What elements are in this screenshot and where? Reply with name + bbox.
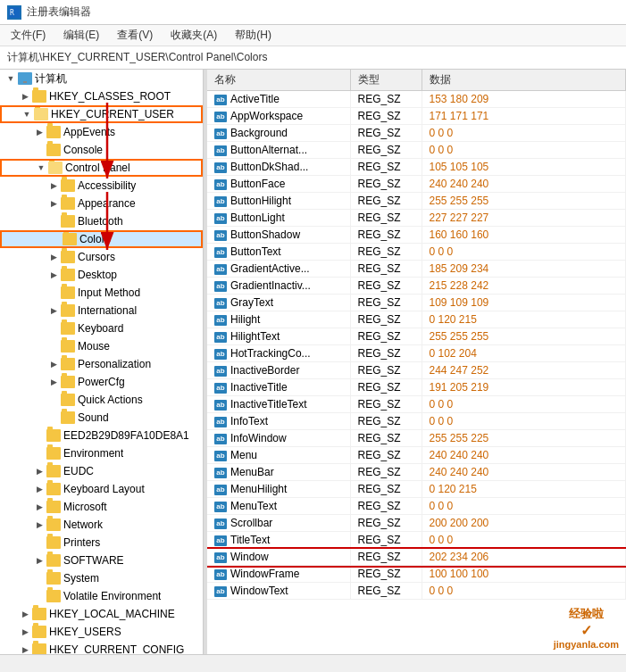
reg-type-cell: REG_SZ xyxy=(350,396,422,413)
tree-item-software[interactable]: ▶ SOFTWARE xyxy=(0,552,203,569)
tree-item-environment[interactable]: ▶ Environment xyxy=(0,444,203,462)
folder-icon-cursors xyxy=(61,251,75,263)
table-row[interactable]: abGradientActive...REG_SZ185 209 234 xyxy=(207,261,626,278)
reg-name-cell: abWindowFrame xyxy=(207,566,350,583)
table-row[interactable]: abInfoWindowREG_SZ255 255 225 xyxy=(207,430,626,447)
reg-name-cell: abInactiveBorder xyxy=(207,362,350,379)
table-row[interactable]: abButtonAlternat...REG_SZ0 0 0 xyxy=(207,142,626,159)
reg-type-cell: REG_SZ xyxy=(350,108,422,125)
reg-data-cell: 0 0 0 xyxy=(422,532,626,549)
tree-item-keyboard[interactable]: ▶ Keyboard xyxy=(0,319,203,337)
menu-file[interactable]: 文件(F) xyxy=(4,26,53,45)
tree-item-accessibility[interactable]: ▶ Accessibility xyxy=(0,177,203,195)
folder-icon-keyboard xyxy=(61,322,75,335)
tree-item-hkcu[interactable]: ▼ HKEY_CURRENT_USER xyxy=(0,105,203,123)
table-row[interactable]: abInfoTextREG_SZ0 0 0 xyxy=(207,413,626,430)
table-row[interactable]: abButtonFaceREG_SZ240 240 240 xyxy=(207,176,626,193)
table-row[interactable]: abWindowFrameREG_SZ100 100 100 xyxy=(207,566,626,583)
table-row[interactable]: abButtonTextREG_SZ0 0 0 xyxy=(207,244,626,261)
tree-item-controlpanel[interactable]: ▼ Control Panel xyxy=(0,159,203,177)
table-row[interactable]: abMenuREG_SZ240 240 240 xyxy=(207,447,626,464)
reg-type-icon: ab xyxy=(214,485,227,495)
app-window: R 注册表编辑器 文件(F) 编辑(E) 查看(V) 收藏夹(A) 帮助(H) … xyxy=(0,0,626,672)
tree-item-keyboardlayout[interactable]: ▶ Keyboard Layout xyxy=(0,480,203,498)
tree-item-bluetooth[interactable]: ▶ Bluetooth xyxy=(0,212,203,230)
tree-item-volatile[interactable]: ▶ Volatile Environment xyxy=(0,587,203,605)
table-row[interactable]: abMenuBarREG_SZ240 240 240 xyxy=(207,464,626,481)
registry-panel[interactable]: 名称 类型 数据 abActiveTitleREG_SZ153 180 209a… xyxy=(207,70,626,654)
tree-item-microsoft[interactable]: ▶ Microsoft xyxy=(0,498,203,516)
tree-item-colors[interactable]: ▶ Colors xyxy=(0,230,203,248)
tree-item-hkcr[interactable]: ▶ HKEY_CLASSES_ROOT xyxy=(0,87,203,105)
reg-name-cell: abButtonLight xyxy=(207,210,350,227)
tree-item-quickactions[interactable]: ▶ Quick Actions xyxy=(0,391,203,409)
tree-item-computer[interactable]: ▼ 计算机 xyxy=(0,70,203,87)
table-row[interactable]: abButtonDkShad...REG_SZ105 105 105 xyxy=(207,159,626,176)
table-row[interactable]: abInactiveTitleREG_SZ191 205 219 xyxy=(207,379,626,396)
table-row[interactable]: abBackgroundREG_SZ0 0 0 xyxy=(207,125,626,142)
menu-edit[interactable]: 编辑(E) xyxy=(56,26,106,45)
folder-icon-bluetooth xyxy=(61,215,75,228)
tree-item-printers[interactable]: ▶ Printers xyxy=(0,534,203,552)
tree-item-international[interactable]: ▶ International xyxy=(0,302,203,319)
folder-icon-printers xyxy=(46,536,61,549)
expand-icon-controlpanel: ▼ xyxy=(34,161,48,175)
reg-type-icon: ab xyxy=(214,129,227,139)
table-row[interactable]: abMenuHilightREG_SZ0 120 215 xyxy=(207,481,626,498)
reg-data-cell: 227 227 227 xyxy=(422,210,626,227)
tree-item-system[interactable]: ▶ System xyxy=(0,569,203,587)
tree-label-system: System xyxy=(63,572,99,585)
menu-view[interactable]: 查看(V) xyxy=(110,26,160,45)
table-row[interactable]: abHilightREG_SZ0 120 215 xyxy=(207,311,626,328)
reg-type-cell: REG_SZ xyxy=(350,295,422,311)
table-row[interactable]: abButtonShadowREG_SZ160 160 160 xyxy=(207,227,626,244)
table-row[interactable]: abGradientInactiv...REG_SZ215 228 242 xyxy=(207,278,626,295)
tree-item-eeda[interactable]: ▶ EED2B29D89FA10DE8A1 xyxy=(0,427,203,444)
tree-item-desktop[interactable]: ▶ Desktop xyxy=(0,266,203,284)
tree-item-hku[interactable]: ▶ HKEY_USERS xyxy=(0,623,203,641)
reg-name-cell: abHotTrackingCo... xyxy=(207,345,350,362)
table-row[interactable]: abGrayTextREG_SZ109 109 109 xyxy=(207,295,626,311)
folder-icon-colors xyxy=(63,233,77,245)
reg-type-icon: ab xyxy=(214,586,227,597)
table-row[interactable]: abInactiveBorderREG_SZ244 247 252 xyxy=(207,362,626,379)
table-row[interactable]: abButtonLightREG_SZ227 227 227 xyxy=(207,210,626,227)
reg-type-icon: ab xyxy=(214,383,227,394)
reg-type-cell: REG_SZ xyxy=(350,464,422,481)
table-row[interactable]: abMenuTextREG_SZ0 0 0 xyxy=(207,498,626,515)
reg-name-cell: abWindowText xyxy=(207,583,350,600)
table-row[interactable]: abHilightTextREG_SZ255 255 255 xyxy=(207,328,626,345)
reg-name-cell: abHilightText xyxy=(207,328,350,345)
table-row[interactable]: abTitleTextREG_SZ0 0 0 xyxy=(207,532,626,549)
tree-item-hkcc[interactable]: ▶ HKEY_CURRENT_CONFIG xyxy=(0,641,203,654)
reg-data-cell: 240 240 240 xyxy=(422,176,626,193)
tree-label-personalization: Personalization xyxy=(78,358,151,370)
tree-item-sound[interactable]: ▶ Sound xyxy=(0,409,203,427)
menu-help[interactable]: 帮助(H) xyxy=(228,26,279,45)
table-row[interactable]: abWindowREG_SZ202 234 206 xyxy=(207,549,626,566)
table-row[interactable]: abAppWorkspaceREG_SZ171 171 171 xyxy=(207,108,626,125)
tree-item-eudc[interactable]: ▶ EUDC xyxy=(0,462,203,480)
table-row[interactable]: abButtonHilightREG_SZ255 255 255 xyxy=(207,193,626,210)
tree-item-appevents[interactable]: ▶ AppEvents xyxy=(0,123,203,141)
tree-item-personalization[interactable]: ▶ Personalization xyxy=(0,355,203,373)
table-row[interactable]: abActiveTitleREG_SZ153 180 209 xyxy=(207,91,626,108)
table-row[interactable]: abInactiveTitleTextREG_SZ0 0 0 xyxy=(207,396,626,413)
tree-panel[interactable]: ▼ 计算机 ▶ HKEY_CLASSES_ROOT ▼ HKEY xyxy=(0,70,204,654)
tree-item-mouse[interactable]: ▶ Mouse xyxy=(0,337,203,355)
tree-item-appearance[interactable]: ▶ Appearance xyxy=(0,195,203,212)
folder-icon-international xyxy=(61,304,75,317)
tree-item-cursors[interactable]: ▶ Cursors xyxy=(0,248,203,266)
tree-label-console: Console xyxy=(63,144,103,156)
menu-favorites[interactable]: 收藏夹(A) xyxy=(163,26,224,45)
table-row[interactable]: abHotTrackingCo...REG_SZ0 102 204 xyxy=(207,345,626,362)
table-row[interactable]: abWindowTextREG_SZ0 0 0 xyxy=(207,583,626,600)
tree-item-inputmethod[interactable]: ▶ Input Method xyxy=(0,284,203,302)
reg-type-cell: REG_SZ xyxy=(350,549,422,566)
tree-item-console[interactable]: ▶ Console xyxy=(0,141,203,159)
tree-item-powercfg[interactable]: ▶ PowerCfg xyxy=(0,373,203,391)
reg-name-cell: abGradientInactiv... xyxy=(207,278,350,295)
tree-item-network[interactable]: ▶ Network xyxy=(0,516,203,534)
table-row[interactable]: abScrollbarREG_SZ200 200 200 xyxy=(207,515,626,532)
tree-item-hklm[interactable]: ▶ HKEY_LOCAL_MACHINE xyxy=(0,605,203,623)
